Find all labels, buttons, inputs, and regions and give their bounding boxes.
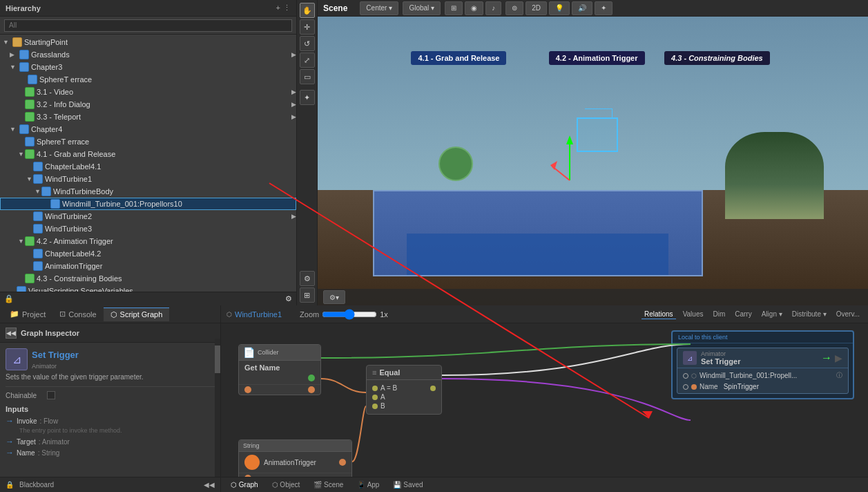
tree-item-starting-point[interactable]: ▼ StartingPoint	[0, 36, 296, 48]
graph-canvas[interactable]: 📄 Collider Get Name	[221, 323, 868, 477]
tool-layout[interactable]: ⊞	[300, 287, 315, 303]
play-icon[interactable]: ▶	[835, 352, 842, 363]
tool-move[interactable]: ✛	[300, 19, 315, 35]
tree-item-video[interactable]: 3.1 - Video ▶	[0, 86, 296, 98]
tool-settings[interactable]: ⚙	[300, 271, 315, 286]
render-btn[interactable]: ◉	[465, 1, 483, 15]
tree-item-wind-turbine1[interactable]: ▼ WindTurbine1	[0, 173, 296, 185]
tree-item-grab-release[interactable]: ▼ 4.1 - Grab and Release	[0, 148, 296, 160]
audio-btn[interactable]: ♪	[485, 1, 501, 15]
overview-btn[interactable]: Overv...	[833, 310, 862, 319]
tool-rect[interactable]: ▭	[300, 69, 315, 84]
tool-hand[interactable]: ✋	[300, 3, 315, 18]
hierarchy-add-icon[interactable]: +	[276, 3, 280, 12]
object-status-btn[interactable]: ⬡ Object	[268, 481, 305, 489]
invoke-label: Invoke	[17, 417, 37, 425]
chainable-checkbox[interactable]	[47, 391, 55, 399]
string-bottom-port	[239, 473, 351, 477]
prefab-icon	[25, 112, 35, 122]
tab-project[interactable]: 📁 Project	[3, 308, 52, 321]
output-port	[308, 386, 315, 393]
tool-rotate[interactable]: ↺	[300, 36, 315, 51]
node-desc: Sets the value of the given trigger para…	[6, 373, 215, 381]
global-label: Global	[409, 4, 429, 12]
tool-extra[interactable]: ✦	[300, 90, 315, 105]
tab-console[interactable]: ⊡ Console	[52, 308, 103, 321]
tree-item-wind-turbine2[interactable]: WindTurbine2 ▶	[0, 210, 296, 223]
tree-item-animation-trigger[interactable]: ▼ 4.2 - Animation Trigger	[0, 235, 296, 247]
tab-script-graph[interactable]: ⬡ Script Graph	[104, 308, 170, 321]
cube-icon	[28, 75, 37, 84]
dim-btn[interactable]: Dim	[710, 310, 728, 319]
collider-port-row	[244, 375, 315, 381]
lock-icon[interactable]: 🔒	[4, 294, 14, 303]
saved-status-btn[interactable]: 💾 Saved	[389, 481, 427, 489]
expand-arrow: ▼	[35, 188, 41, 195]
tree-item-sphere-terrace-2[interactable]: SphereT errace	[0, 135, 296, 148]
row1-icon[interactable]: ⬡	[691, 372, 697, 379]
graph-status-btn[interactable]: ⬡ Graph	[226, 481, 262, 489]
cube-icon	[19, 124, 29, 134]
tree-item-chapter4[interactable]: ▼ Chapter4	[0, 123, 296, 135]
arrow-right-icon: ▶	[291, 88, 296, 95]
audio2-btn[interactable]: 🔊	[572, 1, 592, 15]
string-value: AnimationTrigger	[264, 459, 316, 466]
inspector-toggle[interactable]: ◀◀	[6, 328, 17, 339]
tree-label: 4.1 - Grab and Release	[37, 150, 115, 158]
carry-btn[interactable]: Carry	[732, 310, 754, 319]
tree-item-wind-turbine3[interactable]: WindTurbine3	[0, 223, 296, 235]
collider-node: 📄 Collider Get Name	[238, 344, 321, 395]
fx-btn[interactable]: ✦	[595, 1, 613, 15]
bottom-tabs: 📁 Project ⊡ Console ⬡ Script Graph	[0, 305, 220, 323]
animator-row2: Name SpinTrigger	[683, 383, 842, 390]
equal-row-ab: A = B	[372, 384, 436, 392]
empty-port	[683, 373, 688, 379]
tool-scale[interactable]: ⤢	[300, 53, 315, 68]
global-btn[interactable]: Global ▾	[403, 1, 441, 15]
tree-item-windmill-propellors[interactable]: Windmill_Turbine_001:Propellors10	[0, 198, 296, 210]
tree-item-grasslands[interactable]: ▶ Grasslands ▶	[0, 48, 296, 61]
tree-label: Grasslands	[31, 50, 70, 59]
lock-icon-bb: 🔒	[6, 481, 14, 489]
hierarchy-search[interactable]	[4, 19, 292, 32]
gizmo-setting-btn[interactable]: ⚙▾	[323, 290, 345, 304]
collider-header: 📄 Collider	[239, 345, 320, 361]
equal-node: ≡ Equal A = B A	[366, 365, 442, 415]
distribute-btn[interactable]: Distribute ▾	[789, 310, 829, 319]
zoom-slider[interactable]	[322, 309, 377, 320]
tree-item-chapter-label-4-1[interactable]: ChapterLabel4.1	[0, 160, 296, 173]
port-a	[372, 395, 378, 400]
relations-btn[interactable]: Relations	[642, 310, 676, 319]
2d-btn[interactable]: 2D	[525, 1, 547, 15]
align-btn[interactable]: Align ▾	[759, 310, 785, 319]
center-btn[interactable]: Center ▾	[360, 1, 398, 15]
tree-item-sphere-terrace-1[interactable]: SphereT errace	[0, 73, 296, 86]
values-btn[interactable]: Values	[680, 310, 706, 319]
tree-item-teleport[interactable]: 3.3 - Teleport ▶	[0, 111, 296, 123]
scene-viewport[interactable]: 4.1 - Grab and Release 4.2 - Animation T…	[318, 17, 868, 305]
tree-label: Windmill_Turbine_001:Propellors10	[62, 200, 182, 208]
tree-item-visual-scripting[interactable]: VisualScripting SceneVariables	[0, 285, 296, 292]
port-ab	[372, 386, 378, 391]
port-b	[372, 404, 378, 409]
tree-item-chapter3[interactable]: ▼ Chapter3	[0, 61, 296, 73]
settings-icon[interactable]: ⚙	[285, 294, 292, 303]
port-ab-label: A = B	[380, 384, 397, 392]
tree-item-constraining[interactable]: 4.3 - Constraining Bodies	[0, 272, 296, 285]
scene-status-btn[interactable]: 🎬 Scene	[309, 481, 347, 489]
hierarchy-menu-icon[interactable]: ⋮	[283, 3, 291, 12]
tree-item-info-dialog[interactable]: 3.2 - Info Dialog ▶	[0, 98, 296, 111]
collapse-icon[interactable]: ◀◀	[204, 481, 215, 489]
tree-item-chapter-label-4-2[interactable]: ChapterLabel4.2	[0, 247, 296, 260]
light-btn[interactable]: 💡	[549, 1, 570, 15]
tree-item-wind-turbine-body[interactable]: ▼ WindTurbineBody	[0, 185, 296, 198]
perspective-btn[interactable]: ⊚	[505, 1, 523, 15]
tree-item-animation-trigger-obj[interactable]: AnimationTrigger	[0, 260, 296, 272]
scrollbar-thumb[interactable]	[215, 346, 220, 373]
tree-label: 3.2 - Info Dialog	[37, 100, 90, 108]
app-status-btn[interactable]: 📱 App	[353, 481, 383, 489]
platform	[373, 190, 703, 276]
collider-title: Get Name	[244, 363, 315, 372]
flow-out-icon[interactable]: →	[821, 352, 832, 364]
gizmo-btn[interactable]: ⊞	[445, 1, 463, 15]
